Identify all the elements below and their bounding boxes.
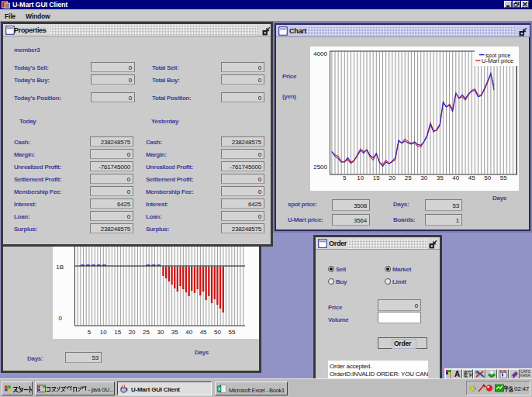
svg-text:1B: 1B bbox=[56, 264, 64, 271]
svg-text:4000: 4000 bbox=[313, 50, 327, 57]
svg-text:35: 35 bbox=[437, 174, 444, 181]
svg-text:45: 45 bbox=[200, 329, 207, 336]
svg-text:10: 10 bbox=[357, 174, 364, 181]
svg-text:35: 35 bbox=[171, 329, 178, 336]
svg-text:45: 45 bbox=[468, 174, 475, 181]
svg-text:25: 25 bbox=[405, 174, 412, 181]
svg-text:20: 20 bbox=[389, 174, 396, 181]
svg-text:15: 15 bbox=[373, 174, 380, 181]
svg-text:50: 50 bbox=[214, 329, 221, 336]
svg-text:40: 40 bbox=[452, 174, 459, 181]
svg-text:5: 5 bbox=[343, 174, 347, 181]
svg-text:30: 30 bbox=[157, 329, 164, 336]
svg-text:55: 55 bbox=[228, 329, 235, 336]
svg-text:55: 55 bbox=[500, 174, 507, 181]
svg-text:15: 15 bbox=[114, 329, 121, 336]
svg-text:U-Mart price: U-Mart price bbox=[482, 57, 513, 64]
svg-text:30: 30 bbox=[420, 174, 427, 181]
svg-text:40: 40 bbox=[185, 329, 192, 336]
svg-text:5: 5 bbox=[88, 329, 92, 336]
svg-text:50: 50 bbox=[484, 174, 491, 181]
svg-text:0: 0 bbox=[59, 315, 63, 322]
svg-text:20: 20 bbox=[129, 329, 136, 336]
svg-text:25: 25 bbox=[143, 329, 150, 336]
svg-text:2500: 2500 bbox=[313, 164, 327, 171]
svg-text:10: 10 bbox=[100, 329, 107, 336]
